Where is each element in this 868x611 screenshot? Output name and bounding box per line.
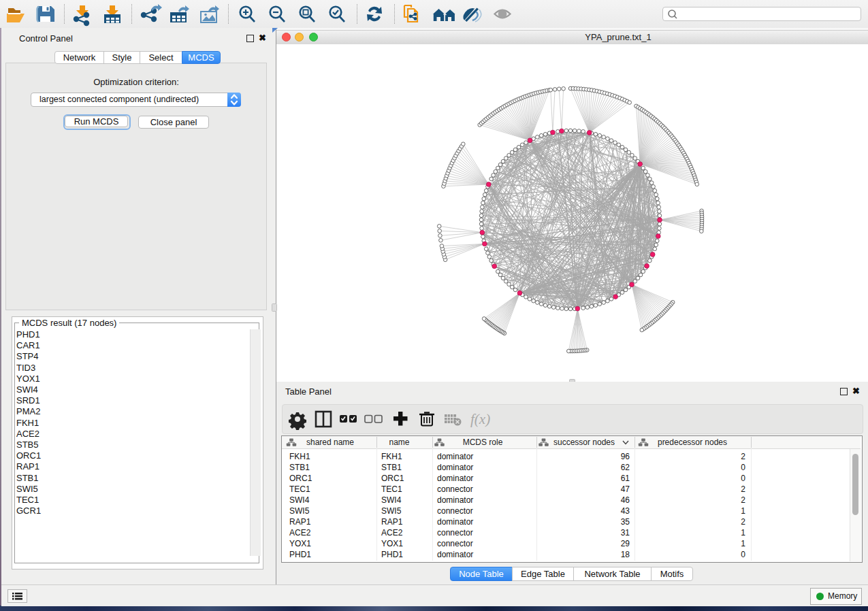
svg-text:f(x): f(x): [470, 411, 490, 427]
